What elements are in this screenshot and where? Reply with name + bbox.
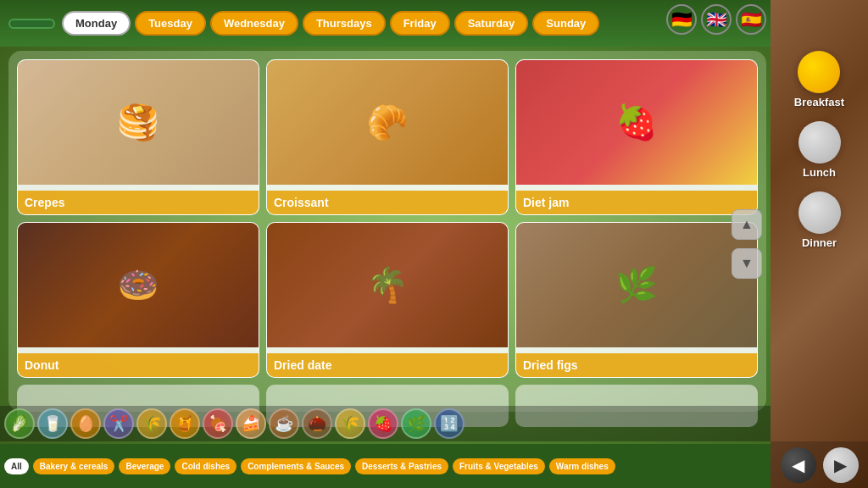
- bottom-label-bakery-&-cereals[interactable]: Bakery & cereals: [33, 458, 115, 474]
- nav-back-button[interactable]: ◀: [781, 447, 816, 483]
- bottom-right-nav: ◀ ▶: [771, 441, 868, 488]
- meal-label: Breakfast: [794, 96, 844, 108]
- food-card-label: Dried date: [267, 353, 508, 377]
- food-card-label: Croissant: [267, 191, 508, 214]
- scroll-arrows: ▲ ▼: [732, 209, 762, 279]
- meal-label: Lunch: [803, 166, 836, 179]
- nav-forward-button[interactable]: ▶: [823, 447, 859, 483]
- bottom-label-warm-dishes[interactable]: Warm dishes: [549, 458, 615, 474]
- food-card-donut[interactable]: 🍩Donut: [17, 222, 259, 378]
- category-icon-7[interactable]: 🍰: [236, 408, 266, 439]
- day-tabs: MondayTuesdayWednesdayThursdaysFridaySat…: [62, 11, 599, 36]
- food-card-label: Diet jam: [516, 191, 757, 214]
- day-tab-thursdays[interactable]: Thursdays: [303, 11, 386, 36]
- food-card-image: 🌿: [516, 223, 757, 347]
- category-icon-12[interactable]: 🌿: [401, 408, 431, 439]
- food-card-image: 🌴: [267, 223, 508, 347]
- day-tab-tuesday[interactable]: Tuesday: [135, 11, 206, 36]
- english-flag[interactable]: 🇬🇧: [701, 4, 732, 35]
- category-icon-2[interactable]: 🥚: [70, 408, 101, 439]
- day-tab-friday[interactable]: Friday: [390, 11, 450, 36]
- food-card-crepes[interactable]: 🥞Crepes: [17, 59, 259, 215]
- food-card-image: 🍓: [516, 60, 757, 185]
- meal-selector: BreakfastLunchDinner: [771, 0, 868, 253]
- food-card-dried-figs[interactable]: 🌿Dried figs: [515, 222, 758, 378]
- main-content: 🥞Crepes🥐Croissant🍓Diet jam🍩Donut🌴Dried d…: [8, 51, 766, 412]
- food-card-label: Dried figs: [516, 353, 757, 377]
- bottom-labels-bar: AllBakery & cerealsBeverageCold dishesCo…: [0, 444, 771, 488]
- bottom-label-fruits-&-vegetables[interactable]: Fruits & Vegetables: [453, 458, 545, 474]
- food-card-dried-date[interactable]: 🌴Dried date: [266, 222, 509, 378]
- meal-circle: [798, 51, 840, 93]
- meal-option-dinner[interactable]: Dinner: [794, 187, 845, 253]
- food-card-image: 🥞: [18, 60, 259, 185]
- flags-container: 🇩🇪🇬🇧🇪🇸: [666, 4, 766, 35]
- bottom-label-desserts-&-pastries[interactable]: Desserts & Pastries: [355, 458, 448, 474]
- header: MondayTuesdayWednesdayThursdaysFridaySat…: [0, 0, 771, 47]
- food-card-label: Donut: [18, 353, 259, 377]
- bottom-label-beverage[interactable]: Beverage: [119, 458, 170, 474]
- spanish-flag[interactable]: 🇪🇸: [736, 4, 766, 35]
- food-card-croissant[interactable]: 🥐Croissant: [266, 59, 509, 215]
- category-icon-11[interactable]: 🍓: [368, 408, 398, 439]
- category-icons-bar: 🥬🥛🥚✂️🌾🍯🍖🍰☕🌰🌾🍓🌿🔢: [0, 406, 771, 441]
- food-card-diet-jam[interactable]: 🍓Diet jam: [515, 59, 758, 215]
- meal-label: Dinner: [802, 236, 837, 249]
- category-icon-4[interactable]: 🌾: [136, 408, 167, 439]
- category-icon-9[interactable]: 🌰: [302, 408, 332, 439]
- day-tab-monday[interactable]: Monday: [62, 11, 131, 36]
- food-card-image: 🥐: [267, 60, 508, 185]
- german-flag[interactable]: 🇩🇪: [666, 4, 697, 35]
- bottom-label-complements-&-sauces[interactable]: Complements & Sauces: [241, 458, 351, 474]
- meal-option-lunch[interactable]: Lunch: [794, 117, 845, 183]
- day-tab-saturday[interactable]: Saturday: [454, 11, 529, 36]
- category-icon-0[interactable]: 🥬: [4, 408, 35, 439]
- category-icon-10[interactable]: 🌾: [335, 408, 365, 439]
- bottom-label-all[interactable]: All: [4, 458, 29, 474]
- category-icon-13[interactable]: 🔢: [434, 408, 465, 439]
- food-card-image: 🍩: [18, 223, 259, 347]
- meal-circle: [798, 121, 841, 164]
- category-icon-5[interactable]: 🍯: [170, 408, 200, 439]
- bottom-label-cold-dishes[interactable]: Cold dishes: [175, 458, 236, 474]
- category-icon-3[interactable]: ✂️: [103, 408, 134, 439]
- category-icon-1[interactable]: 🥛: [37, 408, 68, 439]
- meal-circle: [798, 191, 841, 234]
- category-icon-6[interactable]: 🍖: [203, 408, 233, 439]
- app-logo: [8, 19, 55, 29]
- food-grid: 🥞Crepes🥐Croissant🍓Diet jam🍩Donut🌴Dried d…: [17, 59, 758, 378]
- scroll-up-button[interactable]: ▲: [732, 209, 762, 240]
- food-card-label: Crepes: [18, 191, 259, 214]
- day-tab-wednesday[interactable]: Wednesday: [210, 11, 298, 36]
- scroll-down-button[interactable]: ▼: [732, 248, 762, 279]
- meal-option-breakfast[interactable]: Breakfast: [790, 47, 849, 113]
- day-tab-sunday[interactable]: Sunday: [532, 11, 599, 36]
- category-icon-8[interactable]: ☕: [269, 408, 299, 439]
